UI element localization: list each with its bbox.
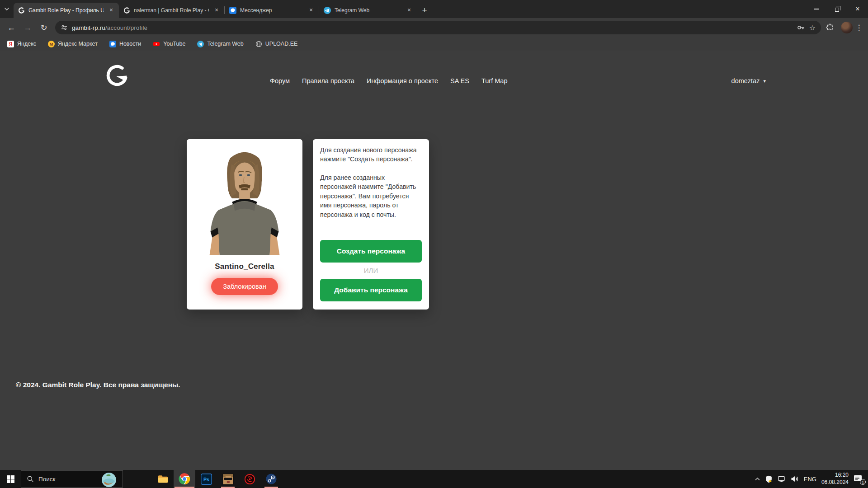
chevron-down-icon: ▾ [763, 78, 766, 84]
password-key-icon[interactable] [797, 23, 805, 32]
info-paragraph-2: Для ранее созданных персонажей нажмите "… [320, 173, 422, 219]
yandex-market-icon: M [48, 41, 55, 47]
close-window-button[interactable]: × [847, 0, 868, 18]
tab-gambit-profile[interactable]: Gambit Role Play - Профиль UC × [14, 3, 119, 18]
new-tab-button[interactable]: + [417, 3, 432, 18]
browser-profile-avatar[interactable] [841, 22, 853, 33]
steam-button[interactable] [260, 470, 282, 488]
youtube-icon [153, 41, 160, 47]
character-card[interactable]: Santino_Cerella Заблокирован [187, 139, 302, 310]
nav-sa-es[interactable]: SA ES [450, 77, 469, 84]
restore-button[interactable] [826, 0, 847, 18]
tab-title: Gambit Role Play - Профиль UC [28, 7, 104, 14]
window-controls: × [806, 0, 868, 18]
cards-container: Santino_Cerella Заблокирован Для создани… [187, 139, 429, 310]
taskbar-search-box[interactable]: Поиск [21, 470, 123, 488]
create-character-button[interactable]: Создать персонажа [320, 240, 422, 263]
photoshop-button[interactable]: Ps [195, 470, 217, 488]
bookmark-yandex[interactable]: Я Яндекс [7, 41, 36, 47]
gambit-logo-icon [105, 62, 129, 89]
tab-gambit-forum[interactable]: nalerman | Gambit Role Play - Ф × [119, 3, 224, 18]
info-paragraph-1: Для создания нового персонажа нажмите "С… [320, 145, 422, 164]
bookmarks-bar: Я Яндекс M Яндекс Маркет Новости YouTube… [0, 37, 868, 51]
volume-button[interactable] [791, 475, 799, 483]
telegram-icon [324, 7, 331, 14]
file-explorer-button[interactable] [152, 470, 174, 488]
search-highlight-image [101, 472, 117, 488]
chevron-up-icon [755, 478, 760, 481]
or-divider-label: ИЛИ [320, 266, 422, 276]
bookmark-label: Telegram Web [207, 41, 243, 47]
notification-badge: 1 [860, 479, 866, 485]
yandex-icon: Я [7, 41, 14, 47]
address-bar[interactable]: gambit-rp.ru/account/profile ☆ [55, 21, 821, 34]
notification-center-button[interactable]: 1 [854, 474, 864, 484]
copyright-footer: © 2024. Gambit Role Play. Все права защи… [16, 381, 180, 389]
close-icon: × [855, 5, 859, 13]
launcher-app-button[interactable] [239, 470, 260, 488]
username-label: domeztaz [731, 77, 760, 84]
site-logo[interactable] [105, 62, 129, 90]
chevron-down-icon [4, 7, 9, 11]
photoshop-icon: Ps [201, 474, 212, 485]
search-icon [27, 475, 34, 483]
bookmark-youtube[interactable]: YouTube [153, 41, 185, 47]
bookmark-star-icon[interactable]: ☆ [809, 23, 816, 32]
telegram-icon [197, 41, 204, 47]
forward-button[interactable]: → [20, 20, 35, 35]
windows-taskbar: Поиск Ps [0, 470, 868, 488]
nav-forum[interactable]: Форум [270, 77, 290, 84]
site-settings-icon[interactable] [61, 24, 68, 31]
close-icon[interactable]: × [212, 6, 221, 14]
nav-project-info[interactable]: Информация о проекте [367, 77, 438, 84]
bookmark-uploadee[interactable]: UPLOAD.EE [255, 41, 298, 47]
nav-turf-map[interactable]: Turf Map [481, 77, 507, 84]
tab-title: Мессенджер [240, 7, 303, 14]
bookmark-label: Яндекс [17, 41, 36, 47]
bookmark-yandex-market[interactable]: M Яндекс Маркет [48, 41, 98, 47]
svg-text:M: M [50, 42, 53, 47]
info-card: Для создания нового персонажа нажмите "С… [313, 139, 429, 310]
game-character-app-button[interactable] [217, 470, 239, 488]
file-explorer-icon [157, 474, 169, 485]
network-button[interactable] [778, 475, 786, 483]
site-navigation: Форум Правила проекта Информация о проек… [270, 77, 507, 84]
add-character-button[interactable]: Добавить персонажа [320, 279, 422, 301]
close-icon[interactable]: × [307, 6, 315, 14]
close-icon[interactable]: × [107, 6, 115, 14]
user-account-menu[interactable]: domeztaz ▾ [731, 77, 766, 84]
bookmark-news[interactable]: Новости [109, 41, 141, 47]
tray-expand-button[interactable] [755, 478, 760, 481]
chrome-button[interactable] [174, 470, 195, 488]
security-shield-button[interactable] [765, 475, 773, 483]
site-page: Форум Правила проекта Информация о проек… [0, 51, 868, 470]
clock-time: 16:20 [821, 472, 849, 479]
game-character-icon [222, 474, 234, 485]
language-indicator[interactable]: ENG [804, 476, 816, 483]
url-host: gambit-rp.ru [72, 24, 105, 31]
status-badge: Заблокирован [211, 278, 278, 295]
toolbar-separator [837, 23, 837, 32]
bookmark-telegram-web[interactable]: Telegram Web [197, 41, 243, 47]
start-button[interactable] [0, 470, 21, 488]
close-icon[interactable]: × [405, 6, 413, 14]
speaker-icon [791, 475, 799, 483]
tab-search-button[interactable] [0, 0, 14, 18]
reload-button[interactable]: ↻ [36, 20, 52, 35]
system-tray: ENG 16:20 06.08.2024 1 [755, 472, 868, 486]
tab-messenger[interactable]: Мессенджер × [225, 3, 319, 18]
clock-date: 06.08.2024 [821, 479, 849, 486]
taskbar-clock[interactable]: 16:20 06.08.2024 [821, 472, 849, 486]
bookmark-label: Яндекс Маркет [58, 41, 98, 47]
browser-menu-button[interactable]: ⋮ [854, 23, 864, 33]
tab-telegram[interactable]: Telegram Web × [319, 3, 417, 18]
bookmark-label: UPLOAD.EE [265, 41, 298, 47]
back-button[interactable]: ← [4, 20, 19, 35]
steam-icon [265, 473, 277, 485]
extensions-puzzle-icon[interactable] [825, 23, 833, 32]
url-text: gambit-rp.ru/account/profile [72, 24, 147, 31]
minimize-button[interactable] [806, 0, 826, 18]
nav-rules[interactable]: Правила проекта [302, 77, 354, 84]
gambit-logo-icon [123, 7, 130, 14]
minimize-icon [814, 9, 819, 9]
